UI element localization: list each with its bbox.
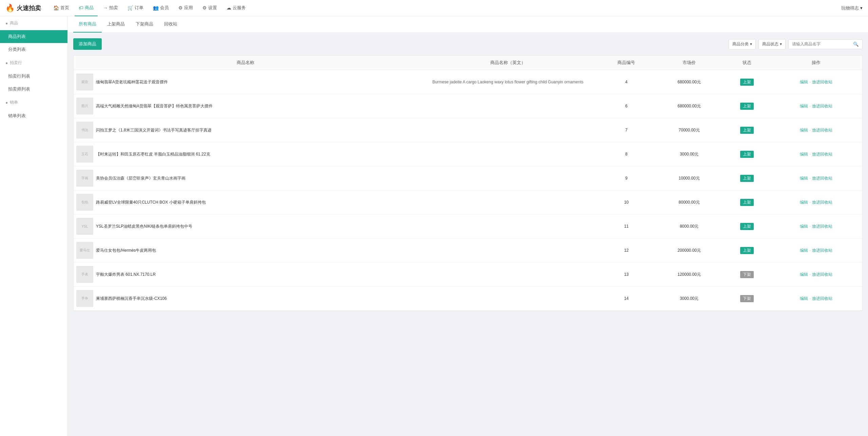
edit-link-7[interactable]: 编辑 [800,248,808,253]
product-name-en-5 [417,190,598,214]
edit-link-6[interactable]: 编辑 [800,224,808,229]
product-name-en-6 [417,214,598,238]
product-price-6: 8000.00元 [654,214,724,238]
col-header-3: 市场价 [654,56,724,70]
status-badge-8: 下架 [740,271,754,278]
action-links-0: 编辑 - 放进回收站 [773,79,860,85]
tab-recycle[interactable]: 回收站 [159,16,183,33]
sidebar-section-product: ● 商品 [0,16,67,30]
tab-offline[interactable]: 下架商品 [130,16,159,33]
recycle-link-5[interactable]: 放进回收站 [812,200,832,205]
table-body: 观音 缅甸翡翠A货老坑糯种莲花送子观音摆件 Burmese jadeite A … [74,70,862,311]
nav-item-auction[interactable]: →拍卖 [99,0,122,16]
content-area: 添加商品 商品分类 ▾ 商品状态 ▾ 🔍 [68,33,868,316]
recycle-link-1[interactable]: 放进回收站 [812,103,832,109]
product-name-en-8 [417,263,598,287]
action-sep-7: - [809,248,811,253]
sidebar-item-product-list[interactable]: 商品列表 [0,30,67,43]
circle-icon-2: ● [5,61,8,65]
sidebar-item-category-list[interactable]: 分类列表 [0,43,67,56]
edit-link-3[interactable]: 编辑 [800,151,808,157]
edit-link-1[interactable]: 编辑 [800,103,808,109]
product-image-6: YSL [76,218,93,235]
sidebar-section-auction: ● 拍卖行 [0,56,67,70]
product-name-cell-5: 包包 路易威登LV全球限量40只CLUTCH BOX 小硬箱子单肩斜挎包 [74,190,417,214]
product-price-3: 3000.00元 [654,142,724,166]
recycle-link-6[interactable]: 放进回收站 [812,224,832,229]
col-header-0: 商品名称 [74,56,417,70]
product-cell-9: 手串 柬埔寨西萨棋楠沉香手串沉水级-CX106 [76,290,415,307]
recycle-link-3[interactable]: 放进回收站 [812,151,832,157]
edit-link-0[interactable]: 编辑 [800,79,808,85]
product-name-cell-9: 手串 柬埔寨西萨棋楠沉香手串沉水级-CX106 [74,287,417,311]
add-product-button[interactable]: 添加商品 [73,38,102,50]
nav-right: 玩物得志 ▾ [841,5,863,11]
app-logo[interactable]: 🔥 火速拍卖 [5,4,41,13]
table-row: 手串 柬埔寨西萨棋楠沉香手串沉水级-CX106 143000.00元下架 编辑 … [74,287,862,311]
product-cell-1: 图片 高端大气精雕天然缅甸A货翡翠【观音菩萨】特色寓意菩萨大摆件 [76,98,415,115]
edit-link-8[interactable]: 编辑 [800,272,808,277]
product-status-9: 下架 [724,287,770,311]
status-select[interactable]: 商品状态 ▾ [758,39,786,49]
recycle-link-2[interactable]: 放进回收站 [812,127,832,133]
recycle-link-8[interactable]: 放进回收站 [812,272,832,277]
nav-items: 🏠首页🏷商品→拍卖🛒订单👥会员⚙应用⚙设置☁云服务 [49,0,839,16]
nav-item-member[interactable]: 👥会员 [149,0,173,16]
product-actions-5: 编辑 - 放进回收站 [770,190,862,214]
action-links-6: 编辑 - 放进回收站 [773,224,860,229]
search-box: 🔍 [788,39,863,49]
table-row: YSL YSL圣罗兰SLP油蜡皮黑色NIKl链条包单肩斜挎包中号 118000.… [74,214,862,238]
product-name-text-1: 高端大气精雕天然缅甸A货翡翠【观音菩萨】特色寓意菩萨大摆件 [96,103,213,109]
nav-dropdown-icon[interactable]: ▾ [860,5,863,11]
product-name-text-2: 闪拍王梦之《1.8米三国演义开篇词》书法手写真迹客厅挂字真迹 [96,127,212,133]
product-code-3: 8 [598,142,654,166]
product-name-text-5: 路易威登LV全球限量40只CLUTCH BOX 小硬箱子单肩斜挎包 [96,199,206,205]
product-price-8: 120000.00元 [654,263,724,287]
search-button[interactable]: 🔍 [850,40,862,49]
sidebar-item-auction-list[interactable]: 拍卖行列表 [0,70,67,83]
nav-item-cloud[interactable]: ☁云服务 [222,0,250,16]
product-image-5: 包包 [76,194,93,211]
product-cell-2: 书法 闪拍王梦之《1.8米三国演义开篇词》书法手写真迹客厅挂字真迹 [76,122,415,139]
logo-text: 火速拍卖 [17,4,41,12]
action-sep-0: - [809,80,811,84]
nav-right-button[interactable]: 玩物得志 [841,5,859,11]
toolbar: 添加商品 商品分类 ▾ 商品状态 ▾ 🔍 [73,38,863,50]
table-row: 书法 闪拍王梦之《1.8米三国演义开篇词》书法手写真迹客厅挂字真迹 770000… [74,118,862,142]
product-price-0: 680000.00元 [654,70,724,94]
action-links-1: 编辑 - 放进回收站 [773,103,860,109]
product-price-7: 200000.00元 [654,238,724,263]
recycle-link-9[interactable]: 放进回收站 [812,296,832,302]
edit-link-5[interactable]: 编辑 [800,200,808,205]
nav-item-app[interactable]: ⚙应用 [174,0,197,16]
category-select[interactable]: 商品分类 ▾ [729,39,756,49]
product-image-4: 字画 [76,170,93,187]
sidebar-item-auctioneer-list[interactable]: 拍卖师列表 [0,83,67,96]
chevron-down-icon: ▾ [750,42,752,46]
sidebar-item-order-list[interactable]: 销单列表 [0,109,67,122]
action-sep-1: - [809,104,811,108]
edit-link-2[interactable]: 编辑 [800,127,808,133]
action-sep-5: - [809,200,811,205]
recycle-link-7[interactable]: 放进回收站 [812,248,832,253]
product-name-cell-3: 玉石 【时来运转】和田玉原石枣红皮 羊脂白玉精品油脂细润 61.22克 [74,142,417,166]
status-badge-5: 上架 [740,199,754,206]
table-row: 图片 高端大气精雕天然缅甸A货翡翠【观音菩萨】特色寓意菩萨大摆件 6680000… [74,94,862,118]
circle-icon: ● [5,21,8,26]
edit-link-9[interactable]: 编辑 [800,296,808,302]
recycle-link-0[interactable]: 放进回收站 [812,79,832,85]
action-sep-2: - [809,128,811,132]
recycle-link-4[interactable]: 放进回收站 [812,175,832,181]
action-sep-9: - [809,296,811,301]
search-input[interactable] [789,40,850,48]
product-actions-8: 编辑 - 放进回收站 [770,263,862,287]
edit-link-4[interactable]: 编辑 [800,175,808,181]
nav-item-product[interactable]: 🏷商品 [75,0,98,16]
nav-item-settings[interactable]: ⚙设置 [198,0,221,16]
product-nav-label: 商品 [85,5,94,11]
tab-online[interactable]: 上架商品 [102,16,130,33]
tab-all[interactable]: 所有商品 [73,16,102,33]
nav-item-order[interactable]: 🛒订单 [123,0,147,16]
nav-item-home[interactable]: 🏠首页 [49,0,73,16]
product-code-2: 7 [598,118,654,142]
